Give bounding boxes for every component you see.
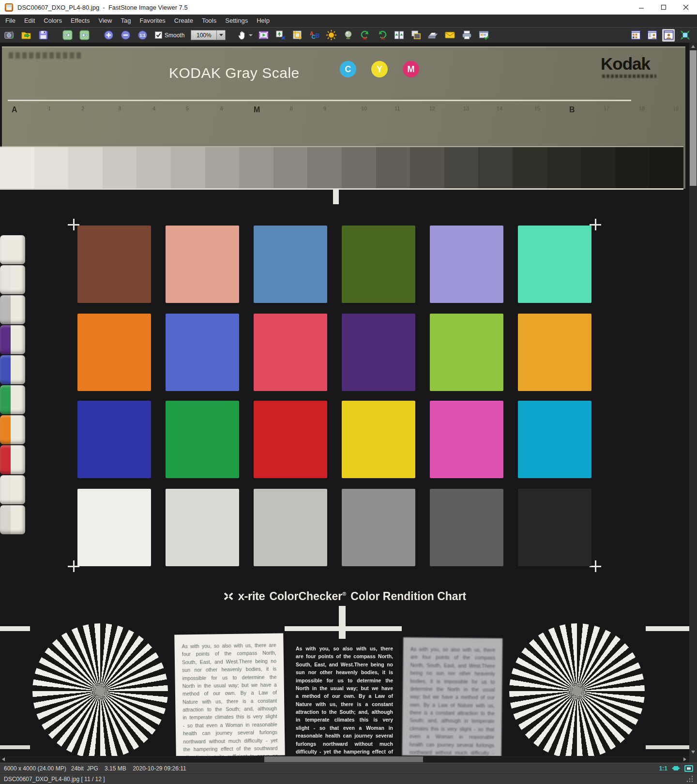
gray-scale-index-label: M: [254, 106, 260, 114]
caption-product: ColorChecker®: [269, 590, 346, 603]
actual-size-button[interactable]: 1:1: [136, 29, 149, 42]
grayscale-step: [171, 147, 205, 188]
window-title: DSC00607_DXO_PL4-80.jpg - FastStone Imag…: [17, 4, 188, 11]
fullscreen-button[interactable]: [679, 29, 691, 42]
scroll-left-arrow[interactable]: [2, 757, 5, 761]
colorchecker-patch: [254, 489, 327, 566]
grayscale-step: [410, 147, 444, 188]
zoom-select[interactable]: 100%: [191, 30, 226, 40]
image-viewport[interactable]: KODAK Gray Scale CYM Kodak A123456M89101…: [0, 43, 697, 763]
menu-item-tools[interactable]: Tools: [197, 15, 221, 27]
smooth-option[interactable]: Smooth: [155, 31, 184, 39]
vertical-scroll-thumb[interactable]: [690, 50, 697, 186]
brightness-button[interactable]: [325, 29, 337, 42]
capture-button[interactable]: [477, 29, 490, 42]
zoom-dropdown-button[interactable]: [217, 30, 226, 40]
minimize-icon: [638, 4, 644, 10]
scroll-down-arrow[interactable]: [691, 751, 695, 754]
frame-line-right: [646, 626, 689, 631]
filmstrip-icon: [258, 30, 269, 41]
check-icon: [156, 32, 161, 38]
grayscale-step: [444, 147, 479, 188]
colorchecker-patch: [166, 314, 239, 391]
fit-window-icon[interactable]: [672, 765, 680, 772]
gray-scale-index-label: 4: [152, 106, 155, 111]
folder-open-icon: [21, 30, 32, 41]
windowed-view-button[interactable]: [646, 29, 658, 42]
scanner-icon: [427, 30, 439, 41]
svg-text:1:1: 1:1: [139, 33, 145, 38]
menu-item-colors[interactable]: Colors: [39, 15, 66, 27]
colorchecker-patch: [518, 401, 591, 478]
next-image-button[interactable]: [78, 29, 91, 42]
gray-scale-index-label: A: [12, 106, 17, 114]
resize-grip[interactable]: [686, 776, 693, 783]
rotate-right-button[interactable]: 90: [376, 29, 388, 42]
minimize-button[interactable]: [630, 0, 652, 15]
menu-item-help[interactable]: Help: [252, 15, 274, 27]
zoom-in-button[interactable]: [102, 29, 115, 42]
colorchecker-caption: x-rite ColorChecker® Color Rendition Cha…: [0, 589, 689, 603]
colorchecker-patch: [166, 489, 239, 566]
email-button[interactable]: [443, 29, 456, 42]
full-view-button[interactable]: [662, 29, 675, 42]
compare-button[interactable]: [393, 29, 405, 42]
scan-button[interactable]: [426, 29, 439, 42]
menu-item-edit[interactable]: Edit: [20, 15, 39, 27]
vertical-scrollbar[interactable]: [689, 43, 697, 756]
menu-item-create[interactable]: Create: [170, 15, 197, 27]
grayscale-step: [0, 147, 34, 188]
rotate-left-icon: 90: [360, 30, 371, 41]
hand-icon: [237, 30, 247, 40]
grayscale-strip: [0, 146, 683, 190]
menu-item-favorites[interactable]: Favorites: [135, 15, 169, 27]
resolution-text-dark: As with you, so also with us, there are …: [288, 642, 400, 756]
scroll-right-arrow[interactable]: [683, 757, 686, 761]
menu-item-tag[interactable]: Tag: [116, 15, 135, 27]
thumbnail-view-button[interactable]: [629, 29, 642, 42]
scroll-up-arrow[interactable]: [691, 45, 695, 48]
open-file-button[interactable]: [20, 29, 32, 42]
menu-item-view[interactable]: View: [94, 15, 116, 27]
save-as-button[interactable]: [37, 29, 49, 42]
colorchecker-patch: [342, 226, 415, 303]
menu-item-settings[interactable]: Settings: [221, 15, 252, 27]
grayscale-step: [273, 147, 308, 188]
close-button[interactable]: [675, 0, 697, 15]
horizontal-scroll-thumb[interactable]: [264, 756, 423, 762]
floppy-disk-icon: [38, 30, 49, 41]
acquire-photos-button[interactable]: [3, 29, 15, 42]
frame-line-bottom-left: [0, 745, 30, 749]
resize-button[interactable]: [274, 29, 287, 42]
smooth-label: Smooth: [165, 32, 184, 39]
thread-spool: [0, 415, 25, 444]
fullscreen-toggle-icon[interactable]: [684, 765, 693, 772]
print-button[interactable]: [460, 29, 473, 42]
grayscale-step: [478, 147, 513, 188]
menu-item-effects[interactable]: Effects: [66, 15, 94, 27]
horizontal-scrollbar[interactable]: [0, 756, 689, 763]
grayscale-step: [581, 147, 615, 188]
slideshow-button[interactable]: [257, 29, 270, 42]
rotate-left-button[interactable]: 90: [359, 29, 371, 42]
resize-image-icon: [275, 30, 286, 41]
colorchecker-patch: [77, 489, 151, 566]
grayscale-step: [649, 147, 683, 188]
zoom-out-button[interactable]: [119, 29, 132, 42]
zoom-ratio: 1:1: [659, 765, 667, 772]
cym-badge-c: C: [340, 61, 356, 77]
hand-tool-button[interactable]: [237, 30, 253, 40]
smooth-checkbox[interactable]: [155, 31, 162, 39]
zoom-value: 100%: [191, 30, 217, 40]
menu-item-file[interactable]: File: [1, 15, 20, 27]
crop-button[interactable]: [291, 29, 303, 42]
gray-scale-index-label: 11: [394, 106, 400, 111]
effects-button[interactable]: [342, 29, 354, 42]
grayscale-step: [205, 147, 240, 188]
zoom-out-icon: [120, 30, 131, 41]
copy-move-button[interactable]: [409, 29, 422, 42]
previous-image-button[interactable]: [61, 29, 74, 42]
siemens-star-right: [509, 623, 645, 756]
adjust-colors-button[interactable]: A C B: [308, 29, 320, 42]
maximize-button[interactable]: [652, 0, 675, 15]
